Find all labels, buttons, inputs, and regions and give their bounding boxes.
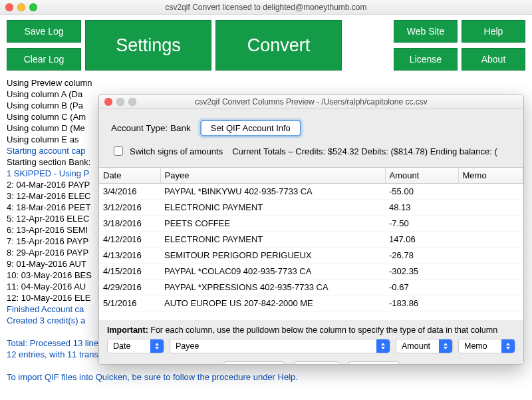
cell-memo	[458, 280, 523, 296]
close-icon[interactable]	[5, 3, 13, 11]
chevron-updown-icon	[439, 339, 452, 353]
cell-memo	[458, 216, 523, 232]
cell-amount: 48.13	[385, 200, 458, 216]
cell-payee: AUTO EUROPE US 207-842-2000 ME	[160, 296, 385, 311]
cell-memo	[458, 200, 523, 216]
table-row[interactable]: 3/12/2016ELECTRONIC PAYMENT48.13	[99, 200, 523, 216]
cell-date: 4/13/2016	[99, 248, 160, 264]
save-log-button[interactable]: Save Log	[7, 20, 81, 43]
selector-date[interactable]: Date	[107, 339, 164, 353]
cell-payee: PAYPAL *COLAC09 402-935-7733 CA	[160, 264, 385, 280]
totals-row: Switch signs of amounts Current Totals –…	[99, 140, 523, 167]
col-memo[interactable]: Memo	[458, 168, 523, 184]
cell-amount: 147.06	[385, 232, 458, 248]
zoom-icon	[128, 98, 136, 106]
log-line: Using Preview column	[7, 77, 525, 89]
cell-payee: ELECTRONIC PAYMENT	[160, 200, 385, 216]
selector-payee[interactable]: Payee	[170, 339, 390, 353]
minimize-icon[interactable]	[17, 3, 25, 11]
set-qif-account-button[interactable]: Set QIF Account Info	[200, 120, 301, 136]
clear-log-button[interactable]: Clear Log	[7, 48, 81, 71]
cell-payee: PAYPAL *XPRESSIONS 402-935-7733 CA	[160, 280, 385, 296]
log-line: To import QIF files into Quicken, be sur…	[7, 371, 525, 383]
dialog-buttons: Create qif Clear Cancel	[99, 359, 523, 365]
cell-date: 4/29/2016	[99, 280, 160, 296]
col-amount[interactable]: Amount	[385, 168, 458, 184]
hint-text: Important: For each column, use the pull…	[99, 320, 523, 339]
table-row[interactable]: 4/12/2016ELECTRONIC PAYMENT147.06	[99, 232, 523, 248]
minimize-icon	[116, 98, 124, 106]
cell-memo	[458, 184, 523, 200]
preview-table: Date Payee Amount Memo 3/4/2016PAYPAL *B…	[99, 167, 523, 320]
cell-amount: -7.50	[385, 216, 458, 232]
cell-date: 3/12/2016	[99, 200, 160, 216]
cell-amount: -26.78	[385, 248, 458, 264]
clear-button[interactable]: Clear	[294, 361, 339, 365]
cell-payee: ELECTRONIC PAYMENT	[160, 232, 385, 248]
cancel-button[interactable]: Cancel	[348, 361, 400, 365]
table-row[interactable]: 4/15/2016PAYPAL *COLAC09 402-935-7733 CA…	[99, 264, 523, 280]
chevron-updown-icon	[501, 339, 515, 353]
cell-date: 4/15/2016	[99, 264, 160, 280]
table-row[interactable]: 4/13/2016SEMITOUR PERIGORD PERIGUEUX-26.…	[99, 248, 523, 264]
convert-button[interactable]: Convert	[215, 20, 342, 71]
cell-memo	[458, 248, 523, 264]
preview-window: csv2qif Convert Columns Preview - /Users…	[98, 94, 524, 365]
cell-amount: -0.67	[385, 280, 458, 296]
col-date[interactable]: Date	[99, 168, 160, 184]
main-titlebar: csv2qif Convert licensed to delighted@mo…	[0, 0, 532, 15]
selector-memo[interactable]: Memo	[458, 339, 515, 353]
window-controls[interactable]	[5, 3, 37, 11]
chevron-updown-icon	[150, 339, 164, 353]
current-totals: Current Totals – Credits: $524.32 Debits…	[232, 146, 497, 156]
selector-amount[interactable]: Amount	[396, 339, 453, 353]
preview-title: csv2qif Convert Columns Preview - /Users…	[142, 97, 481, 106]
column-selectors: Date Payee Amount Memo	[99, 339, 523, 359]
cell-date: 4/12/2016	[99, 232, 160, 248]
table-row[interactable]: 4/29/2016PAYPAL *XPRESSIONS 402-935-7733…	[99, 280, 523, 296]
cell-amount: -302.35	[385, 264, 458, 280]
website-button[interactable]: Web Site	[394, 20, 458, 43]
col-payee[interactable]: Payee	[160, 168, 385, 184]
license-button[interactable]: License	[394, 48, 458, 71]
cell-date: 3/18/2016	[99, 216, 160, 232]
window-title: csv2qif Convert licensed to delighted@mo…	[43, 3, 489, 12]
create-qif-button[interactable]: Create qif	[223, 361, 285, 365]
cell-amount: -183.86	[385, 296, 458, 311]
account-row: Account Type: Bank Set QIF Account Info	[99, 109, 523, 140]
table-row[interactable]: 3/18/2016PEETS COFFEE-7.50	[99, 216, 523, 232]
table-row[interactable]: 3/4/2016PAYPAL *BINKYWU 402-935-7733 CA-…	[99, 184, 523, 200]
switch-signs-label: Switch signs of amounts	[130, 146, 223, 156]
switch-signs-checkbox[interactable]: Switch signs of amounts	[111, 144, 223, 158]
chevron-updown-icon	[376, 339, 390, 353]
table-row[interactable]: 5/1/2016AUTO EUROPE US 207-842-2000 ME-1…	[99, 296, 523, 311]
toolbar: Save Log Clear Log Settings Convert Web …	[0, 15, 532, 75]
cell-memo	[458, 232, 523, 248]
cell-payee: PEETS COFFEE	[160, 216, 385, 232]
cell-amount: -55.00	[385, 184, 458, 200]
preview-titlebar: csv2qif Convert Columns Preview - /Users…	[99, 95, 523, 109]
cell-payee: PAYPAL *BINKYWU 402-935-7733 CA	[160, 184, 385, 200]
cell-date: 3/4/2016	[99, 184, 160, 200]
close-icon[interactable]	[104, 98, 112, 106]
help-button[interactable]: Help	[462, 20, 525, 43]
about-button[interactable]: About	[462, 48, 525, 71]
account-type-label: Account Type: Bank	[111, 123, 191, 133]
zoom-icon[interactable]	[29, 3, 37, 11]
cell-payee: SEMITOUR PERIGORD PERIGUEUX	[160, 248, 385, 264]
cell-date: 5/1/2016	[99, 296, 160, 311]
cell-memo	[458, 296, 523, 311]
cell-memo	[458, 264, 523, 280]
settings-button[interactable]: Settings	[85, 20, 211, 71]
preview-window-controls[interactable]	[104, 98, 136, 106]
switch-signs-input[interactable]	[114, 146, 123, 156]
